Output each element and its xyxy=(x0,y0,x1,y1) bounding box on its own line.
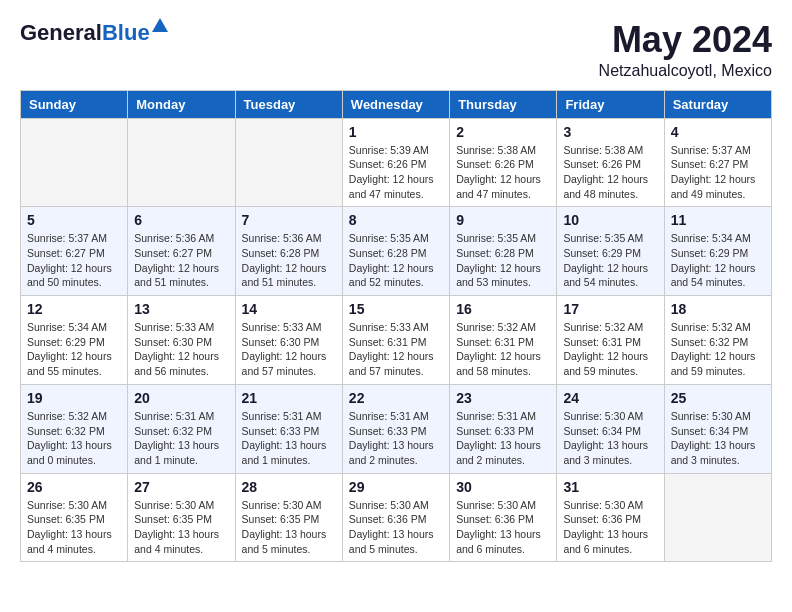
day-info: Sunrise: 5:33 AMSunset: 6:30 PMDaylight:… xyxy=(242,320,336,379)
logo-blue-text: Blue xyxy=(102,20,150,45)
day-info: Sunrise: 5:36 AMSunset: 6:28 PMDaylight:… xyxy=(242,231,336,290)
day-info: Sunrise: 5:30 AMSunset: 6:36 PMDaylight:… xyxy=(563,498,657,557)
empty-cell xyxy=(664,473,771,562)
day-info: Sunrise: 5:30 AMSunset: 6:35 PMDaylight:… xyxy=(242,498,336,557)
day-info: Sunrise: 5:34 AMSunset: 6:29 PMDaylight:… xyxy=(671,231,765,290)
day-number: 31 xyxy=(563,479,657,495)
empty-cell xyxy=(235,118,342,207)
day-info: Sunrise: 5:30 AMSunset: 6:35 PMDaylight:… xyxy=(134,498,228,557)
day-number: 14 xyxy=(242,301,336,317)
day-number: 28 xyxy=(242,479,336,495)
calendar-day-cell: 19Sunrise: 5:32 AMSunset: 6:32 PMDayligh… xyxy=(21,384,128,473)
day-info: Sunrise: 5:30 AMSunset: 6:36 PMDaylight:… xyxy=(456,498,550,557)
calendar-day-cell: 28Sunrise: 5:30 AMSunset: 6:35 PMDayligh… xyxy=(235,473,342,562)
calendar-week-row: 1Sunrise: 5:39 AMSunset: 6:26 PMDaylight… xyxy=(21,118,772,207)
day-number: 6 xyxy=(134,212,228,228)
day-number: 30 xyxy=(456,479,550,495)
day-info: Sunrise: 5:33 AMSunset: 6:31 PMDaylight:… xyxy=(349,320,443,379)
day-info: Sunrise: 5:32 AMSunset: 6:31 PMDaylight:… xyxy=(563,320,657,379)
calendar-day-cell: 27Sunrise: 5:30 AMSunset: 6:35 PMDayligh… xyxy=(128,473,235,562)
location-subtitle: Netzahualcoyotl, Mexico xyxy=(599,62,772,80)
weekday-header-monday: Monday xyxy=(128,90,235,118)
day-info: Sunrise: 5:36 AMSunset: 6:27 PMDaylight:… xyxy=(134,231,228,290)
title-section: May 2024 Netzahualcoyotl, Mexico xyxy=(599,20,772,80)
calendar-day-cell: 11Sunrise: 5:34 AMSunset: 6:29 PMDayligh… xyxy=(664,207,771,296)
weekday-header-thursday: Thursday xyxy=(450,90,557,118)
calendar-day-cell: 16Sunrise: 5:32 AMSunset: 6:31 PMDayligh… xyxy=(450,296,557,385)
calendar-day-cell: 12Sunrise: 5:34 AMSunset: 6:29 PMDayligh… xyxy=(21,296,128,385)
page-header: GeneralBlue May 2024 Netzahualcoyotl, Me… xyxy=(20,20,772,80)
calendar-table: SundayMondayTuesdayWednesdayThursdayFrid… xyxy=(20,90,772,563)
day-number: 15 xyxy=(349,301,443,317)
day-info: Sunrise: 5:38 AMSunset: 6:26 PMDaylight:… xyxy=(563,143,657,202)
day-number: 26 xyxy=(27,479,121,495)
calendar-week-row: 12Sunrise: 5:34 AMSunset: 6:29 PMDayligh… xyxy=(21,296,772,385)
calendar-day-cell: 17Sunrise: 5:32 AMSunset: 6:31 PMDayligh… xyxy=(557,296,664,385)
calendar-day-cell: 26Sunrise: 5:30 AMSunset: 6:35 PMDayligh… xyxy=(21,473,128,562)
month-year-title: May 2024 xyxy=(599,20,772,60)
day-number: 19 xyxy=(27,390,121,406)
day-info: Sunrise: 5:37 AMSunset: 6:27 PMDaylight:… xyxy=(27,231,121,290)
day-info: Sunrise: 5:30 AMSunset: 6:36 PMDaylight:… xyxy=(349,498,443,557)
weekday-header-tuesday: Tuesday xyxy=(235,90,342,118)
calendar-day-cell: 5Sunrise: 5:37 AMSunset: 6:27 PMDaylight… xyxy=(21,207,128,296)
logo-general-text: General xyxy=(20,20,102,45)
calendar-day-cell: 9Sunrise: 5:35 AMSunset: 6:28 PMDaylight… xyxy=(450,207,557,296)
weekday-header-wednesday: Wednesday xyxy=(342,90,449,118)
day-number: 11 xyxy=(671,212,765,228)
day-info: Sunrise: 5:30 AMSunset: 6:35 PMDaylight:… xyxy=(27,498,121,557)
day-number: 27 xyxy=(134,479,228,495)
day-number: 23 xyxy=(456,390,550,406)
calendar-day-cell: 15Sunrise: 5:33 AMSunset: 6:31 PMDayligh… xyxy=(342,296,449,385)
day-info: Sunrise: 5:31 AMSunset: 6:32 PMDaylight:… xyxy=(134,409,228,468)
day-number: 9 xyxy=(456,212,550,228)
calendar-day-cell: 10Sunrise: 5:35 AMSunset: 6:29 PMDayligh… xyxy=(557,207,664,296)
calendar-day-cell: 14Sunrise: 5:33 AMSunset: 6:30 PMDayligh… xyxy=(235,296,342,385)
calendar-day-cell: 20Sunrise: 5:31 AMSunset: 6:32 PMDayligh… xyxy=(128,384,235,473)
calendar-day-cell: 21Sunrise: 5:31 AMSunset: 6:33 PMDayligh… xyxy=(235,384,342,473)
day-info: Sunrise: 5:32 AMSunset: 6:32 PMDaylight:… xyxy=(671,320,765,379)
weekday-header-sunday: Sunday xyxy=(21,90,128,118)
day-number: 18 xyxy=(671,301,765,317)
calendar-day-cell: 31Sunrise: 5:30 AMSunset: 6:36 PMDayligh… xyxy=(557,473,664,562)
day-info: Sunrise: 5:35 AMSunset: 6:28 PMDaylight:… xyxy=(456,231,550,290)
calendar-day-cell: 3Sunrise: 5:38 AMSunset: 6:26 PMDaylight… xyxy=(557,118,664,207)
day-number: 17 xyxy=(563,301,657,317)
day-number: 1 xyxy=(349,124,443,140)
day-number: 8 xyxy=(349,212,443,228)
day-number: 16 xyxy=(456,301,550,317)
day-info: Sunrise: 5:38 AMSunset: 6:26 PMDaylight:… xyxy=(456,143,550,202)
day-number: 7 xyxy=(242,212,336,228)
calendar-day-cell: 8Sunrise: 5:35 AMSunset: 6:28 PMDaylight… xyxy=(342,207,449,296)
day-number: 4 xyxy=(671,124,765,140)
svg-marker-0 xyxy=(152,18,168,32)
weekday-header-friday: Friday xyxy=(557,90,664,118)
empty-cell xyxy=(21,118,128,207)
day-info: Sunrise: 5:35 AMSunset: 6:29 PMDaylight:… xyxy=(563,231,657,290)
calendar-day-cell: 18Sunrise: 5:32 AMSunset: 6:32 PMDayligh… xyxy=(664,296,771,385)
calendar-day-cell: 13Sunrise: 5:33 AMSunset: 6:30 PMDayligh… xyxy=(128,296,235,385)
day-info: Sunrise: 5:32 AMSunset: 6:32 PMDaylight:… xyxy=(27,409,121,468)
day-number: 5 xyxy=(27,212,121,228)
day-number: 2 xyxy=(456,124,550,140)
calendar-week-row: 19Sunrise: 5:32 AMSunset: 6:32 PMDayligh… xyxy=(21,384,772,473)
day-number: 21 xyxy=(242,390,336,406)
day-info: Sunrise: 5:39 AMSunset: 6:26 PMDaylight:… xyxy=(349,143,443,202)
calendar-day-cell: 22Sunrise: 5:31 AMSunset: 6:33 PMDayligh… xyxy=(342,384,449,473)
calendar-day-cell: 2Sunrise: 5:38 AMSunset: 6:26 PMDaylight… xyxy=(450,118,557,207)
day-number: 12 xyxy=(27,301,121,317)
calendar-week-row: 26Sunrise: 5:30 AMSunset: 6:35 PMDayligh… xyxy=(21,473,772,562)
logo-icon xyxy=(152,18,168,32)
day-info: Sunrise: 5:31 AMSunset: 6:33 PMDaylight:… xyxy=(349,409,443,468)
day-number: 10 xyxy=(563,212,657,228)
day-number: 20 xyxy=(134,390,228,406)
calendar-day-cell: 24Sunrise: 5:30 AMSunset: 6:34 PMDayligh… xyxy=(557,384,664,473)
weekday-header-row: SundayMondayTuesdayWednesdayThursdayFrid… xyxy=(21,90,772,118)
empty-cell xyxy=(128,118,235,207)
day-number: 25 xyxy=(671,390,765,406)
day-number: 13 xyxy=(134,301,228,317)
day-number: 3 xyxy=(563,124,657,140)
calendar-week-row: 5Sunrise: 5:37 AMSunset: 6:27 PMDaylight… xyxy=(21,207,772,296)
logo: GeneralBlue xyxy=(20,20,150,46)
day-info: Sunrise: 5:37 AMSunset: 6:27 PMDaylight:… xyxy=(671,143,765,202)
